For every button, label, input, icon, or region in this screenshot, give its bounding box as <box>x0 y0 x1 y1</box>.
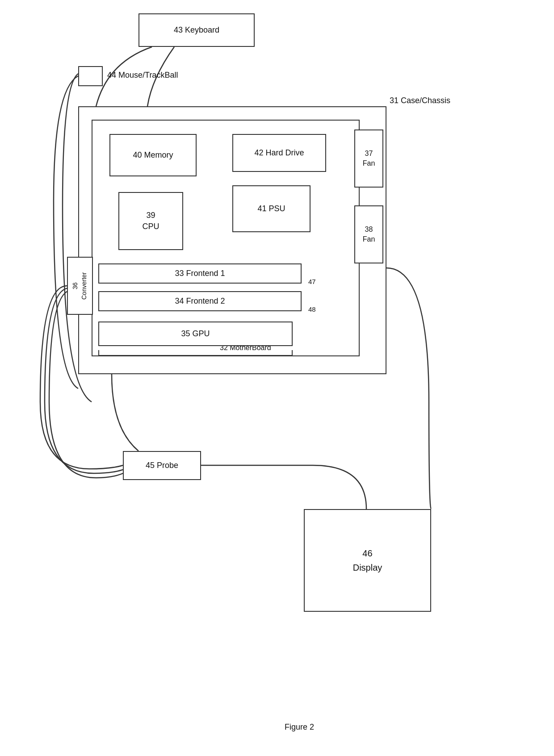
display-box: 46 Display <box>304 509 431 612</box>
memory-box: 40 Memory <box>109 134 197 176</box>
fan38-box: 38 Fan <box>354 205 383 263</box>
figure-caption: Figure 2 <box>255 723 344 732</box>
keyboard-box: 43 Keyboard <box>138 13 255 47</box>
psu-box: 41 PSU <box>232 185 311 232</box>
hard-drive-box: 42 Hard Drive <box>232 134 326 172</box>
mouse-box <box>78 66 103 86</box>
frontend1-box: 33 Frontend 1 <box>98 263 302 284</box>
frontend2-box: 34 Frontend 2 <box>98 291 302 311</box>
gpu-box: 35 GPU <box>98 322 293 346</box>
connector47-label: 47 <box>308 278 316 285</box>
mouse-label: 44 Mouse/TrackBall <box>107 71 178 80</box>
case-label: 31 Case/Chassis <box>390 96 450 105</box>
connector48-label: 48 <box>308 305 316 313</box>
converter-box: 36 Converter <box>67 257 93 315</box>
probe-box: 45 Probe <box>123 451 201 480</box>
cpu-box: 39 CPU <box>118 192 183 250</box>
diagram-container: 43 Keyboard 44 Mouse/TrackBall 31 Case/C… <box>0 0 554 756</box>
fan37-box: 37 Fan <box>354 129 383 188</box>
